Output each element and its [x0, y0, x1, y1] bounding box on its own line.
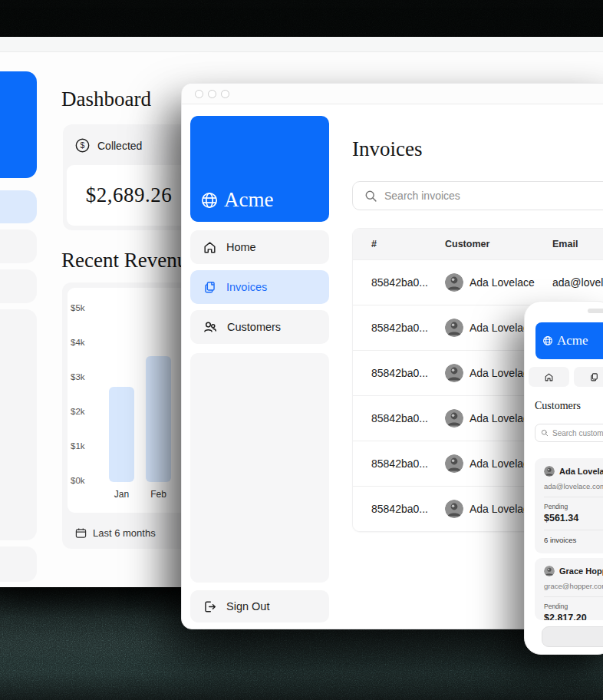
avatar [544, 566, 555, 576]
table-row[interactable]: 85842ba0... Ada Lovelace ada@lovelace.co… [353, 259, 603, 305]
calendar-icon [75, 527, 87, 539]
collected-card: $ Collected $2,689.26 [63, 124, 195, 230]
pending-amount: $2,817.20 [544, 612, 603, 620]
invoice-id: 85842ba0... [371, 276, 445, 289]
dashboard-title: Dashboard [61, 88, 151, 111]
sidebar-item-label: Customers [227, 321, 281, 333]
invoice-id: 85842ba0... [371, 503, 445, 515]
column-customer: Customer [445, 239, 552, 249]
collected-label: Collected [97, 140, 142, 152]
customer-name: Ada Lovelace [470, 276, 535, 289]
sidebar-item-home[interactable]: Home [190, 230, 329, 264]
screenshot-stage: Dashboard $ Collected $2,689.26 Recent R… [0, 0, 603, 700]
invoice-id: 85842ba0... [371, 457, 445, 470]
dollar-circle-icon: $ [75, 138, 90, 153]
customer-name: Grace Hopper [559, 566, 603, 576]
customers-icon [203, 319, 218, 335]
cutoff-sidebar-spacer [0, 309, 37, 540]
cutoff-sidebar-item[interactable] [0, 269, 37, 303]
customer-email: ada@lovelace.com [544, 482, 603, 490]
pending-amount: $561.34 [544, 513, 603, 523]
phone-brand-card: Acme [535, 322, 603, 359]
divider [544, 530, 603, 530]
y-tick: $0k [71, 476, 98, 485]
sidebar-item-customers[interactable]: Customers [190, 310, 329, 344]
globe-icon [200, 191, 219, 210]
search-input[interactable] [552, 429, 603, 438]
brand-name: Acme [557, 333, 588, 348]
sidebar-spacer-panel [190, 353, 329, 583]
panel-top-strip [0, 37, 603, 52]
customer-name: Ada Lovelace [559, 467, 603, 476]
window-zoom-button[interactable] [221, 90, 229, 98]
y-tick: $4k [71, 338, 98, 347]
bar-chart: $5k $4k $3k $2k $1k $0k Jan Feb [68, 288, 189, 513]
revenue-chart-card: $5k $4k $3k $2k $1k $0k Jan Feb Last 6 m… [62, 282, 194, 549]
date-range-control[interactable]: Last 6 months [75, 527, 156, 539]
sidebar-brand-card: Acme [190, 116, 329, 222]
search-input[interactable] [384, 190, 584, 202]
window-minimize-button[interactable] [208, 90, 216, 98]
phone-notch [588, 309, 603, 313]
cutoff-sidebar-active-item[interactable] [0, 190, 37, 223]
phone-tab-invoices[interactable] [574, 367, 603, 387]
invoices-icon [203, 280, 217, 295]
sidebar-item-label: Home [226, 241, 256, 253]
bar-jan [109, 387, 134, 482]
avatar [445, 409, 463, 428]
phone-tab-home[interactable] [529, 367, 569, 387]
home-icon [203, 240, 217, 255]
globe-icon [542, 335, 553, 346]
invoices-icon [589, 372, 599, 382]
y-tick: $1k [71, 441, 98, 451]
y-tick: $5k [71, 303, 98, 312]
table-header: # Customer Email [353, 229, 603, 259]
sidebar-item-invoices[interactable]: Invoices [190, 270, 329, 304]
column-id: # [371, 239, 445, 249]
phone-customers-panel: Acme Customers Ada Lovelace ada@lovelace… [524, 301, 603, 655]
customer-email: grace@hopper.com [544, 582, 603, 590]
sidebar-item-label: Invoices [226, 281, 267, 293]
sign-out-label: Sign Out [226, 600, 269, 612]
avatar [445, 364, 463, 382]
search-icon [364, 190, 377, 203]
bar-feb [146, 356, 171, 482]
avatar [445, 454, 463, 473]
cutoff-sidebar-brand-card [0, 71, 37, 178]
column-email: Email [552, 239, 603, 249]
avatar [445, 500, 463, 518]
invoices-search[interactable] [352, 181, 603, 210]
revenue-title: Recent Revenue [61, 249, 196, 272]
y-tick: $2k [71, 407, 98, 416]
divider [544, 596, 603, 597]
sign-out-button[interactable]: Sign Out [190, 590, 329, 622]
avatar [445, 273, 463, 292]
divider [544, 497, 603, 497]
customer-card[interactable]: Ada Lovelace ada@lovelace.com Pending $5… [535, 458, 603, 553]
svg-text:$: $ [81, 141, 85, 150]
avatar [445, 319, 463, 337]
invoice-id: 85842ba0... [371, 412, 445, 424]
search-icon [541, 429, 549, 437]
customer-email: ada@lovelace.com [552, 276, 603, 289]
pending-label: Pending [544, 503, 603, 510]
invoice-count: 6 invoices [544, 536, 603, 544]
phone-bottom-bar[interactable] [542, 626, 603, 647]
cutoff-sidebar-signout[interactable] [0, 546, 37, 582]
invoice-id: 85842ba0... [371, 322, 445, 334]
customers-search[interactable] [535, 424, 603, 442]
sign-out-icon [203, 599, 217, 614]
page-title: Invoices [352, 137, 422, 161]
customer-card[interactable]: Grace Hopper grace@hopper.com Pending $2… [535, 558, 603, 620]
cutoff-sidebar-item[interactable] [0, 229, 37, 263]
invoice-id: 85842ba0... [371, 367, 445, 379]
home-icon [544, 372, 554, 382]
window-titlebar [182, 84, 603, 104]
avatar [544, 466, 555, 477]
window-close-button[interactable] [195, 90, 203, 98]
y-tick: $3k [71, 372, 98, 381]
pending-label: Pending [544, 603, 603, 610]
noise-band-top [0, 0, 603, 40]
collected-amount: $2,689.26 [86, 183, 173, 207]
date-range-label: Last 6 months [93, 527, 156, 539]
